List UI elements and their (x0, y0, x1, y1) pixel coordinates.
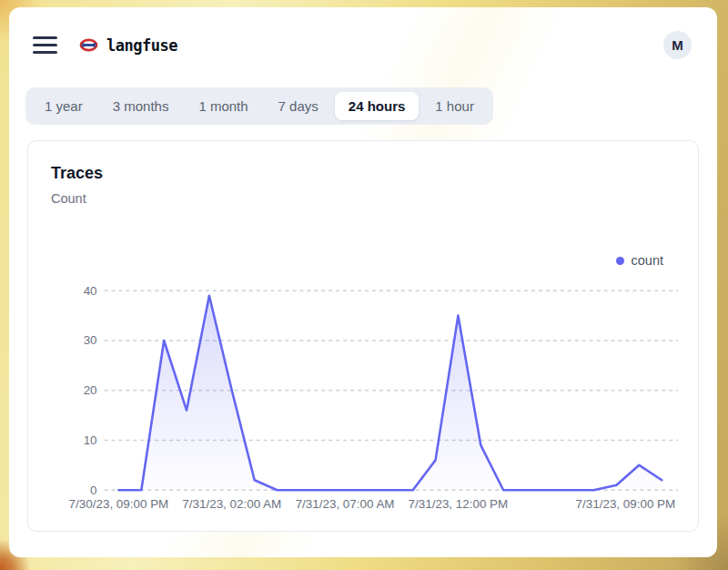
x-tick-label: 7/30/23, 09:00 PM (69, 497, 169, 511)
header: langfuse M (9, 7, 717, 59)
x-tick-label: 7/31/23, 09:00 PM (576, 497, 676, 511)
tab-1-hour[interactable]: 1 hour (421, 92, 488, 120)
y-tick-label: 10 (84, 433, 97, 447)
tab-24-hours[interactable]: 24 hours (335, 92, 420, 120)
brand-name: langfuse (106, 36, 177, 55)
tab-7-days[interactable]: 7 days (265, 92, 332, 120)
time-range-tabbar: 1 year 3 months 1 month 7 days 24 hours … (25, 87, 493, 125)
tab-1-year[interactable]: 1 year (31, 92, 96, 120)
x-tick-label: 7/31/23, 07:00 AM (296, 497, 395, 511)
tab-1-month[interactable]: 1 month (185, 92, 261, 120)
brand[interactable]: langfuse (79, 36, 177, 55)
app-window: langfuse M 1 year 3 months 1 month 7 day… (9, 7, 717, 557)
x-tick-label: 7/31/23, 12:00 PM (409, 497, 509, 511)
user-avatar[interactable]: M (663, 31, 692, 59)
x-tick-label: 7/31/23, 02:00 AM (182, 497, 281, 511)
hamburger-menu-icon[interactable] (33, 36, 57, 54)
y-tick-label: 20 (84, 383, 97, 397)
y-tick-label: 0 (90, 483, 96, 497)
y-tick-label: 40 (84, 284, 97, 298)
tab-3-months[interactable]: 3 months (99, 92, 183, 120)
y-tick-label: 30 (84, 333, 97, 347)
traces-area-chart: 0102030407/30/23, 09:00 PM7/31/23, 02:00… (28, 141, 698, 531)
traces-chart-card: Traces Count count 0102030407/30/23, 09:… (27, 140, 699, 532)
count-area-fill (118, 296, 662, 491)
langfuse-knot-logo-icon (79, 38, 98, 52)
